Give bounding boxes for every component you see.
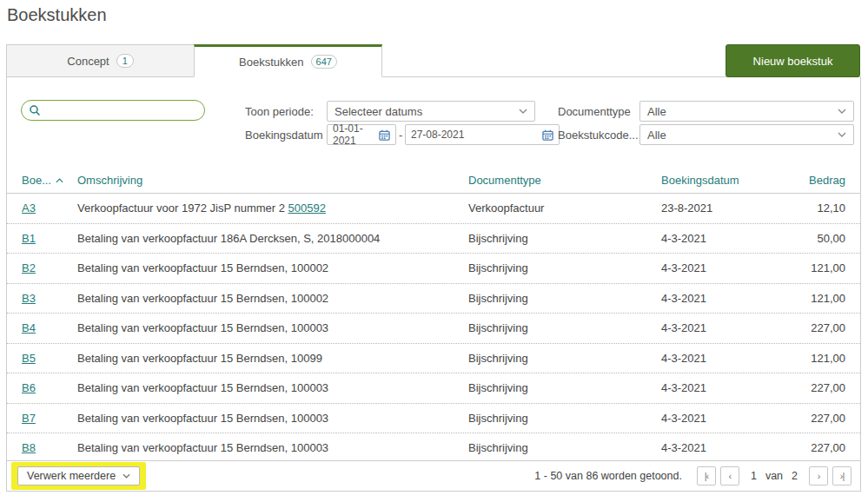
pagination-status: 1 - 50 van 86 worden getoond. [534, 470, 682, 482]
boekstukken-panel: Toon periode: Selecteer datums Documentt… [6, 76, 861, 492]
chevron-down-icon [838, 132, 846, 137]
total-pages: 2 [792, 470, 798, 482]
row-documenttype: Bijschrijving [468, 321, 661, 334]
row-code-link[interactable]: B7 [22, 412, 36, 425]
tab-concept[interactable]: Concept 1 [6, 44, 195, 77]
table-row[interactable]: B3 Betaling van verkoopfactuur 15 Bernds… [7, 284, 860, 314]
row-documenttype: Bijschrijving [468, 412, 661, 425]
last-page-button[interactable]: ›| [832, 466, 851, 485]
periode-select[interactable]: Selecteer datums [327, 101, 535, 122]
row-description-text: Betaling van verkoopfactuur 15 Berndsen,… [77, 321, 328, 334]
table-row[interactable]: B2 Betaling van verkoopfactuur 15 Bernds… [7, 254, 860, 284]
row-description: Betaling van verkoopfactuur 186A Derckse… [77, 232, 468, 245]
documenttype-select[interactable]: Alle [639, 101, 854, 122]
column-header-omschrijving[interactable]: Omschrijving [77, 174, 468, 187]
prev-page-button[interactable]: ‹ [720, 466, 739, 485]
table-row[interactable]: A3 Verkoopfactuur voor 1972 JisP nummer … [7, 194, 860, 224]
table-row[interactable]: B6 Betaling van verkoopfactuur 15 Bernds… [7, 373, 860, 404]
tab-concept-label: Concept [67, 55, 109, 68]
row-amount: 227,00 [792, 412, 845, 425]
calendar-icon[interactable] [379, 129, 390, 141]
tab-boekstukken[interactable]: Boekstukken 647 [194, 44, 382, 77]
row-code-link[interactable]: B2 [22, 261, 36, 274]
column-header-boekstuk[interactable]: Boe... [22, 174, 77, 187]
periode-select-value: Selecteer datums [335, 105, 422, 118]
date-to-field[interactable]: 27-08-2021 [405, 124, 560, 145]
row-code-link[interactable]: B3 [22, 292, 36, 305]
row-code-link[interactable]: B6 [22, 381, 36, 394]
row-documenttype: Bijschrijving [468, 292, 661, 305]
search-box[interactable] [21, 100, 205, 121]
row-description: Betaling van verkoopfactuur 15 Berndsen,… [77, 292, 468, 305]
bulk-action-highlight: Verwerk meerdere [11, 462, 146, 490]
date-from-field[interactable]: 01-01-2021 [327, 124, 396, 145]
first-page-button[interactable]: |‹ [697, 466, 716, 485]
row-description-text: Betaling van verkoopfactuur 186A Derckse… [77, 232, 380, 245]
row-code-link[interactable]: A3 [22, 201, 36, 215]
boekstukcode-label: Boekstukcode... [558, 129, 639, 142]
tab-boekstukken-label: Boekstukken [239, 56, 303, 69]
date-range-separator: - [399, 129, 402, 142]
search-icon [29, 104, 41, 116]
row-amount: 12,10 [792, 201, 845, 215]
row-amount: 121,00 [792, 261, 845, 274]
table-row[interactable]: B1 Betaling van verkoopfactuur 186A Derc… [7, 224, 860, 254]
row-description-link[interactable]: 500592 [288, 201, 326, 215]
verwerk-meerdere-label: Verwerk meerdere [27, 470, 116, 482]
row-code-link[interactable]: B5 [22, 352, 36, 365]
search-input[interactable] [46, 104, 197, 116]
next-page-button[interactable]: › [809, 466, 828, 485]
column-header-documenttype[interactable]: Documenttype [468, 174, 661, 187]
row-description-text: Betaling van verkoopfactuur 15 Berndsen,… [77, 352, 322, 365]
row-date: 4-3-2021 [661, 232, 792, 245]
boekingsdatum-label: Boekingsdatum [245, 129, 323, 142]
column-header-boekstuk-label: Boe... [22, 174, 51, 187]
table-row[interactable]: B5 Betaling van verkoopfactuur 15 Bernds… [7, 344, 860, 374]
row-documenttype: Verkoopfactuur [468, 201, 661, 215]
row-date: 23-8-2021 [661, 201, 792, 215]
row-date: 4-3-2021 [661, 441, 792, 454]
row-description: Betaling van verkoopfactuur 15 Berndsen,… [77, 441, 468, 454]
chevron-down-icon [519, 109, 527, 114]
calendar-icon[interactable] [542, 129, 553, 141]
sort-asc-icon [56, 178, 63, 183]
row-description: Verkoopfactuur voor 1972 JisP nummer 2 5… [77, 201, 468, 215]
date-from-value: 01-01-2021 [333, 122, 379, 147]
row-amount: 227,00 [792, 321, 845, 334]
row-description-text: Betaling van verkoopfactuur 15 Berndsen,… [77, 381, 328, 394]
column-header-bedrag[interactable]: Bedrag [792, 174, 845, 187]
row-documenttype: Bijschrijving [468, 441, 661, 454]
boekstukcode-select[interactable]: Alle [639, 124, 854, 145]
table-row[interactable]: B4 Betaling van verkoopfactuur 15 Bernds… [7, 314, 860, 344]
toon-periode-label: Toon periode: [245, 105, 314, 118]
row-date: 4-3-2021 [661, 381, 792, 394]
row-amount: 121,00 [792, 352, 845, 365]
new-boekstuk-button[interactable]: Nieuw boekstuk [726, 44, 860, 77]
chevron-down-icon [123, 473, 130, 479]
boekstukcode-select-value: Alle [647, 129, 666, 142]
row-description: Betaling van verkoopfactuur 15 Berndsen,… [77, 381, 468, 394]
row-description-text: Betaling van verkoopfactuur 15 Berndsen,… [77, 292, 328, 305]
table-row[interactable]: B7 Betaling van verkoopfactuur 15 Bernds… [7, 404, 860, 434]
verwerk-meerdere-button[interactable]: Verwerk meerdere [17, 466, 140, 485]
chevron-down-icon [838, 109, 846, 114]
row-code-link[interactable]: B1 [22, 232, 36, 245]
row-code-link[interactable]: B8 [22, 441, 36, 454]
row-documenttype: Bijschrijving [468, 261, 661, 274]
row-date: 4-3-2021 [661, 321, 792, 334]
row-description-text: Betaling van verkoopfactuur 15 Berndsen,… [77, 412, 328, 425]
panel-footer: Verwerk meerdere 1 - 50 van 86 worden ge… [7, 460, 860, 491]
row-documenttype: Bijschrijving [468, 352, 661, 365]
table-body: A3 Verkoopfactuur voor 1972 JisP nummer … [7, 194, 860, 460]
row-amount: 121,00 [792, 292, 845, 305]
documenttype-select-value: Alle [647, 105, 666, 118]
row-code-link[interactable]: B4 [22, 321, 36, 334]
page-title: Boekstukken [7, 5, 107, 25]
column-header-boekingsdatum[interactable]: Boekingsdatum [661, 174, 792, 187]
row-amount: 50,00 [792, 232, 845, 245]
tab-boekstukken-badge: 647 [311, 55, 337, 69]
row-description-text: Betaling van verkoopfactuur 15 Berndsen,… [77, 441, 328, 454]
table-row[interactable]: B8 Betaling van verkoopfactuur 15 Bernds… [7, 433, 860, 460]
table-header: Boe... Omschrijving Documenttype Boeking… [7, 168, 860, 194]
pagination: 1 - 50 van 86 worden getoond. |‹ ‹ 1 van… [534, 466, 851, 485]
